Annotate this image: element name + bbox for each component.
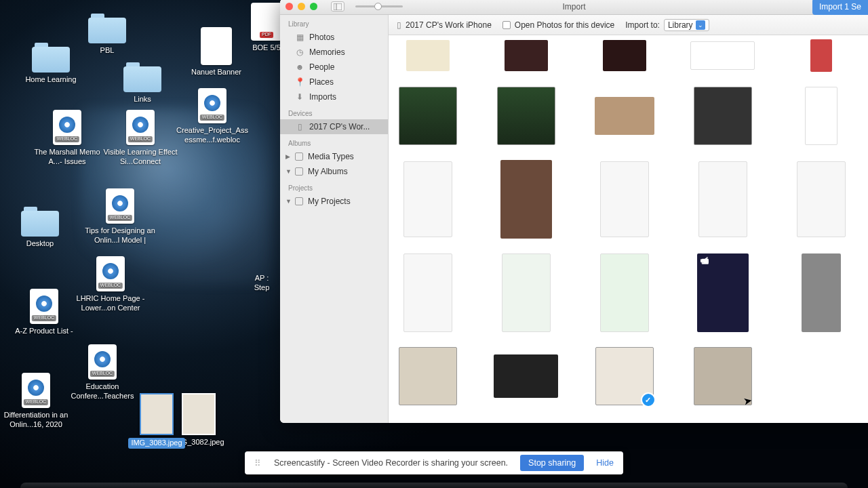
photo-thumb[interactable] — [399, 347, 457, 405]
disclosure-icon[interactable]: ▶ — [285, 153, 290, 160]
banner-text: Screencastify - Screen Video Recorder is… — [274, 458, 508, 468]
label: Differentiation in an Onlin...16, 2020 — [0, 411, 73, 430]
label: IMG_3083.jpeg — [128, 438, 184, 449]
file-img-3083-selected[interactable]: IMG_3083.jpeg — [126, 393, 187, 449]
sidebar-item-my-albums[interactable]: ▼My Albums — [280, 164, 388, 179]
label: Links — [105, 95, 180, 104]
photo-thumb[interactable] — [600, 161, 649, 237]
folder-desktop[interactable]: Desktop — [3, 207, 77, 249]
photo-thumb[interactable] — [406, 40, 450, 71]
sidebar-item-people[interactable]: ☻People — [280, 60, 388, 75]
photo-thumb[interactable] — [805, 87, 837, 145]
pin-icon: 📍 — [295, 77, 304, 87]
file-ap-step[interactable]: AP : Step — [241, 271, 282, 293]
file-creative-project[interactable]: WEBLOC Creative_Project_Assessme...f.web… — [175, 88, 250, 145]
import-to-select[interactable]: Library ⌄ — [664, 19, 709, 31]
file-visible-learning[interactable]: WEBLOC Visible Learning Effect Si...Conn… — [103, 110, 178, 167]
file-lhric[interactable]: WEBLOC LHRIC Home Page - Lower...on Cent… — [73, 256, 148, 313]
file-marshall-memo[interactable]: WEBLOC The Marshall Memo A...- Issues — [30, 110, 104, 167]
photos-import-window: Import Import 1 Se Library ▦Photos ◷Memo… — [280, 0, 868, 423]
album-icon — [295, 152, 303, 161]
photo-thumb[interactable] — [690, 41, 755, 70]
photo-thumb[interactable] — [500, 160, 552, 239]
hide-button[interactable]: Hide — [596, 458, 614, 468]
video-thumb[interactable] — [697, 253, 749, 332]
section-albums: Albums — [280, 134, 388, 149]
label: LHRIC Home Page - Lower...on Center — [73, 294, 148, 313]
sidebar-item-device[interactable]: ▯2017 CP's Wor... — [280, 119, 388, 134]
label: Visible Learning Effect Si...Connect — [103, 148, 178, 167]
sidebar-item-media-types[interactable]: ▶Media Types — [280, 149, 388, 164]
import-selected-button[interactable]: Import 1 Se — [812, 0, 868, 15]
section-projects: Projects — [280, 179, 388, 194]
device-icon: ▯ — [397, 20, 401, 30]
import-to-label: Import to: — [625, 20, 660, 30]
photo-thumb[interactable] — [600, 253, 649, 332]
photo-thumb[interactable] — [502, 253, 551, 332]
sidebar-item-memories[interactable]: ◷Memories — [280, 45, 388, 60]
sidebar-item-my-projects[interactable]: ▼My Projects — [280, 194, 388, 209]
sidebar-item-imports[interactable]: ⬇Imports — [280, 89, 388, 104]
label: Nanuet Banner — [179, 68, 254, 77]
photo-thumb[interactable] — [399, 87, 457, 145]
minimize-button[interactable] — [298, 3, 305, 10]
iphone-icon: ▯ — [295, 122, 304, 131]
section-devices: Devices — [280, 104, 388, 119]
import-content: ▯ 2017 CP's Work iPhone Open Photos for … — [389, 15, 868, 423]
people-icon: ☻ — [295, 62, 304, 72]
file-az-product-list[interactable]: WEBLOC A-Z Product List - — [7, 289, 81, 336]
label: Creative_Project_Assessme...f.webloc — [175, 126, 250, 145]
photo-thumb[interactable] — [694, 87, 752, 145]
photo-thumb[interactable] — [505, 40, 548, 71]
dock[interactable] — [20, 483, 848, 488]
photo-thumb[interactable] — [494, 354, 558, 398]
window-title: Import — [562, 2, 585, 12]
label: Tips for Designing an Onlin...l Model | — [83, 226, 157, 245]
photo-thumb[interactable] — [802, 253, 841, 332]
import-toolbar: ▯ 2017 CP's Work iPhone Open Photos for … — [389, 15, 868, 35]
svg-rect-0 — [334, 3, 342, 10]
drag-handle-icon[interactable]: ⠿ — [254, 458, 262, 468]
photo-thumb[interactable] — [595, 97, 654, 135]
photo-thumb[interactable] — [497, 87, 555, 145]
close-button[interactable] — [285, 3, 293, 10]
label: A-Z Product List - — [7, 327, 81, 336]
stop-sharing-button[interactable]: Stop sharing — [520, 455, 584, 471]
dropdown-arrow-icon: ⌄ — [696, 20, 705, 30]
photo-grid[interactable] — [389, 35, 868, 423]
section-library: Library — [280, 15, 388, 30]
zoom-button[interactable] — [310, 3, 317, 10]
sidebar-item-places[interactable]: 📍Places — [280, 75, 388, 89]
sidebar: Library ▦Photos ◷Memories ☻People 📍Place… — [280, 15, 389, 423]
thumbnail-size-slider[interactable] — [355, 5, 403, 7]
photo-thumb[interactable] — [698, 161, 747, 237]
photo-thumb[interactable] — [403, 161, 452, 237]
memories-icon: ◷ — [295, 47, 304, 57]
folder-links[interactable]: Links — [105, 62, 180, 104]
desktop-background[interactable]: Home Learning PBL Links Nanuet Banner PD… — [0, 0, 868, 488]
photo-thumb[interactable] — [603, 40, 646, 71]
file-tips-designing[interactable]: WEBLOC Tips for Designing an Onlin...l M… — [83, 188, 157, 245]
label: The Marshall Memo A...- Issues — [30, 148, 104, 167]
project-icon — [295, 197, 303, 205]
screencastify-banner: ⠿ Screencastify - Screen Video Recorder … — [245, 451, 623, 474]
label: Desktop — [3, 239, 77, 249]
open-photos-label: Open Photos for this device — [515, 20, 614, 30]
file-differentiation[interactable]: WEBLOC Differentiation in an Onlin...16,… — [0, 373, 73, 430]
photo-thumb[interactable] — [810, 39, 832, 72]
disclosure-icon[interactable]: ▼ — [285, 168, 292, 175]
file-education-conf[interactable]: WEBLOC Education Confere...Teachers — [65, 344, 140, 401]
open-photos-checkbox[interactable] — [502, 21, 511, 29]
device-name: 2017 CP's Work iPhone — [406, 20, 492, 30]
label: AP : Step — [241, 274, 282, 293]
folder-pbl[interactable]: PBL — [70, 14, 144, 56]
album-icon — [295, 167, 303, 176]
sidebar-item-photos[interactable]: ▦Photos — [280, 30, 388, 45]
label: PBL — [70, 46, 144, 56]
photo-thumb[interactable] — [797, 161, 846, 237]
window-titlebar[interactable]: Import Import 1 Se — [280, 0, 868, 15]
photo-thumb-selected[interactable] — [595, 347, 654, 405]
sidebar-toggle-button[interactable] — [331, 1, 344, 12]
photo-thumb[interactable] — [403, 253, 452, 332]
disclosure-icon[interactable]: ▼ — [285, 198, 292, 205]
